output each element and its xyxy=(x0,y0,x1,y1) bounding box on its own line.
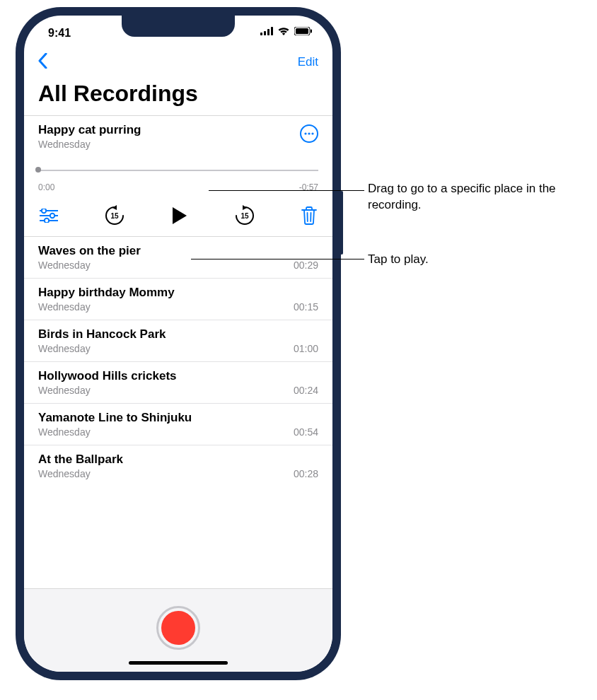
svg-rect-6 xyxy=(311,30,312,33)
recording-item[interactable]: Waves on the pierWednesday00:29 xyxy=(24,237,332,279)
wifi-icon xyxy=(277,25,290,38)
status-indicators xyxy=(260,25,313,38)
svg-point-13 xyxy=(50,214,54,218)
skip-back-15-icon: 15 xyxy=(104,205,125,226)
svg-point-8 xyxy=(308,132,310,134)
svg-text:15: 15 xyxy=(110,212,119,220)
recording-item-duration: 00:29 xyxy=(294,259,318,271)
recording-list: Waves on the pierWednesday00:29Happy bir… xyxy=(24,237,332,486)
recording-item-subtitle: Wednesday xyxy=(38,301,175,313)
side-button xyxy=(340,191,343,255)
recording-expanded: Happy cat purring Wednesday 0:00 -0:57 xyxy=(24,115,332,237)
home-indicator[interactable] xyxy=(129,661,228,665)
svg-text:15: 15 xyxy=(240,212,249,220)
scrubber-track xyxy=(38,170,318,171)
edit-button[interactable]: Edit xyxy=(298,55,318,69)
svg-point-7 xyxy=(304,132,306,134)
record-icon xyxy=(161,611,195,645)
callout-line-scrubber xyxy=(209,190,364,191)
recording-item-main: Happy birthday MommyWednesday xyxy=(38,286,175,313)
time-elapsed: 0:00 xyxy=(38,182,54,192)
recording-item-main: Yamanote Line to ShinjukuWednesday xyxy=(38,411,192,438)
battery-icon xyxy=(294,25,313,38)
recording-item-title: Waves on the pier xyxy=(38,244,141,258)
page-title: All Recordings xyxy=(24,76,332,115)
play-icon xyxy=(171,206,188,226)
playback-controls: 15 15 xyxy=(38,205,318,226)
callout-line-play xyxy=(191,259,364,259)
recording-item-duration: 01:00 xyxy=(294,343,318,354)
options-button[interactable] xyxy=(40,209,58,223)
svg-rect-1 xyxy=(264,31,266,35)
status-time: 9:41 xyxy=(48,27,71,40)
recording-item-title: Happy birthday Mommy xyxy=(38,286,175,300)
recording-item-main: At the BallparkWednesday xyxy=(38,453,123,479)
scrubber-handle[interactable] xyxy=(35,167,41,173)
trash-icon xyxy=(301,206,317,225)
cellular-icon xyxy=(260,25,273,38)
skip-back-button[interactable]: 15 xyxy=(104,205,125,226)
recording-item-title: Yamanote Line to Shinjuku xyxy=(38,411,192,425)
recording-item-duration: 00:15 xyxy=(294,301,318,313)
recording-item-subtitle: Wednesday xyxy=(38,468,123,479)
svg-rect-2 xyxy=(267,29,269,35)
recording-item-subtitle: Wednesday xyxy=(38,259,141,271)
svg-point-11 xyxy=(42,209,46,213)
recording-item-subtitle: Wednesday xyxy=(38,426,192,438)
notch xyxy=(122,16,235,37)
recording-item[interactable]: At the BallparkWednesday00:28 xyxy=(24,445,332,486)
svg-point-15 xyxy=(45,218,49,223)
callout-play: Tap to play. xyxy=(368,252,429,268)
ellipsis-icon xyxy=(304,132,314,135)
recording-item[interactable]: Hollywood Hills cricketsWednesday00:24 xyxy=(24,362,332,404)
recording-item-duration: 00:28 xyxy=(294,468,318,479)
svg-point-9 xyxy=(311,132,313,134)
sliders-icon xyxy=(40,209,58,223)
chevron-left-icon xyxy=(38,53,47,69)
recording-item-duration: 00:54 xyxy=(294,426,318,438)
recording-item-title: At the Ballpark xyxy=(38,453,123,467)
recording-item-title: Hollywood Hills crickets xyxy=(38,369,177,383)
nav-bar: Edit xyxy=(24,48,332,76)
recording-item-duration: 00:24 xyxy=(294,385,318,396)
play-button[interactable] xyxy=(171,206,188,226)
record-bar xyxy=(24,588,332,672)
back-button[interactable] xyxy=(38,53,47,71)
callout-scrubber: Drag to go to a specific place in the re… xyxy=(368,181,587,214)
skip-forward-15-icon: 15 xyxy=(234,205,255,226)
screen: 9:41 Edit xyxy=(24,16,332,672)
recording-item-subtitle: Wednesday xyxy=(38,343,166,354)
recording-item[interactable]: Birds in Hancock ParkWednesday01:00 xyxy=(24,320,332,362)
skip-forward-button[interactable]: 15 xyxy=(234,205,255,226)
recording-item[interactable]: Happy birthday MommyWednesday00:15 xyxy=(24,279,332,320)
recording-item-subtitle: Wednesday xyxy=(38,385,177,396)
recording-item-main: Hollywood Hills cricketsWednesday xyxy=(38,369,177,396)
svg-rect-5 xyxy=(296,28,308,34)
record-button[interactable] xyxy=(156,606,200,650)
phone-frame: 9:41 Edit xyxy=(16,7,341,680)
delete-button[interactable] xyxy=(301,206,317,225)
recording-item-main: Waves on the pierWednesday xyxy=(38,244,141,271)
svg-rect-0 xyxy=(260,33,262,35)
recording-title: Happy cat purring xyxy=(38,123,141,137)
svg-rect-3 xyxy=(271,27,273,35)
more-button[interactable] xyxy=(300,124,318,143)
recording-item[interactable]: Yamanote Line to ShinjukuWednesday00:54 xyxy=(24,404,332,445)
scrubber[interactable] xyxy=(38,165,318,175)
recording-subtitle: Wednesday xyxy=(38,139,141,150)
recording-item-main: Birds in Hancock ParkWednesday xyxy=(38,327,166,354)
recording-item-title: Birds in Hancock Park xyxy=(38,327,166,342)
